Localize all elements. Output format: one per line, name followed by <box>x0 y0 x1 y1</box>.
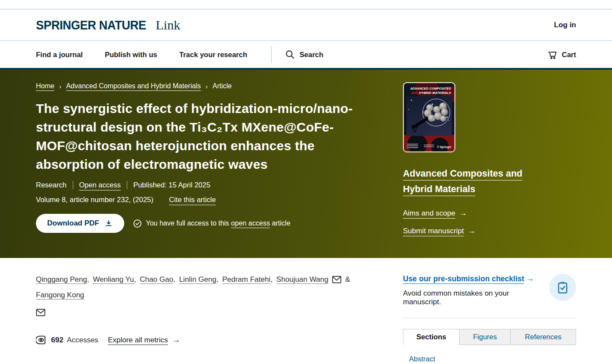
springer-nature-logo[interactable]: SPRINGER NATURE Link <box>36 18 180 32</box>
breadcrumb-current: Article <box>213 82 232 90</box>
cover-title: ADVANCED COMPOSITES AND HYBRID MATERIALS <box>404 87 454 95</box>
cart-label: Cart <box>562 51 576 59</box>
aims-and-scope-link[interactable]: Aims and scope <box>403 209 455 218</box>
breadcrumb-chevron-icon: › <box>59 83 61 90</box>
cta-row: Download PDF You have full access <box>36 214 375 233</box>
site-header: SPRINGER NATURE Link Log in <box>0 10 612 41</box>
sidebar: Use our pre-submission checklist→ Avoid … <box>403 272 576 364</box>
open-access-article-link[interactable]: open access <box>231 219 270 227</box>
arrow-right-icon: → <box>526 274 534 283</box>
logo-text-primary: SPRINGER NATURE <box>36 18 146 32</box>
meta-divider <box>127 181 127 189</box>
nav-track-your-research[interactable]: Track your research <box>179 51 247 59</box>
arrow-right-icon: → <box>468 226 476 235</box>
sidebar-tabs: Sections Figures References <box>403 329 576 345</box>
clipboard-check-icon <box>556 280 570 294</box>
cover-molecule-art <box>422 99 450 126</box>
article-type: Research <box>36 181 67 189</box>
article-title: The synergistic effect of hybridization-… <box>36 99 375 174</box>
section-links: Abstract Introduction <box>403 355 576 364</box>
breadcrumb-chevron-icon: › <box>206 83 208 90</box>
breadcrumb-home[interactable]: Home <box>36 82 55 90</box>
main-content: Qinggang Peng, Wenliang Yu, Chao Gao, Li… <box>0 258 612 364</box>
authors-list: Qinggang Peng, Wenliang Yu, Chao Gao, Li… <box>36 272 375 320</box>
cart-button[interactable]: Cart <box>547 49 576 60</box>
meta-divider <box>73 181 73 189</box>
open-access-link[interactable]: Open access <box>79 181 121 189</box>
breadcrumb: Home › Advanced Composites and Hybrid Ma… <box>36 82 375 90</box>
nav-links: Find a journal Publish with us Track you… <box>36 51 247 59</box>
sidebar-divider <box>403 318 576 318</box>
download-pdf-label: Download PDF <box>47 219 99 228</box>
section-link-abstract[interactable]: Abstract <box>409 355 576 363</box>
volume-info: Volume 8, article number 232, (2025) <box>36 196 154 204</box>
nav-divider <box>271 46 272 63</box>
explore-all-metrics-link[interactable]: Explore all metrics <box>108 336 168 345</box>
search-label: Search <box>300 51 323 59</box>
cover-decoration <box>407 134 427 152</box>
author-link[interactable]: Linlin Geng <box>179 275 216 283</box>
search-button[interactable]: Search <box>285 49 323 60</box>
nav-publish-with-us[interactable]: Publish with us <box>105 51 157 59</box>
nav-find-a-journal[interactable]: Find a journal <box>36 51 83 59</box>
tab-references[interactable]: References <box>511 329 576 345</box>
published-date: Published: 15 April 2025 <box>133 181 210 189</box>
arrow-right-icon: → <box>459 209 467 218</box>
search-icon <box>285 49 295 60</box>
article-hero: Home › Advanced Composites and Hybrid Ma… <box>0 68 612 258</box>
cover-star <box>408 109 409 110</box>
cover-volume-text <box>424 145 434 148</box>
tab-sections[interactable]: Sections <box>403 329 460 345</box>
cover-star <box>411 100 412 101</box>
volume-row: Volume 8, article number 232, (2025) Cit… <box>36 196 375 204</box>
submit-manuscript-link[interactable]: Submit manuscript <box>403 227 464 235</box>
cover-publisher-logo: © Springer <box>437 145 451 148</box>
logo-text-secondary: Link <box>156 18 180 32</box>
check-circle-icon <box>133 219 142 228</box>
author-link[interactable]: Wenliang Yu <box>93 275 134 283</box>
main-nav: Find a journal Publish with us Track you… <box>0 41 612 68</box>
cart-icon <box>547 49 558 60</box>
author-link[interactable]: Qinggang Peng <box>36 275 87 283</box>
aims-and-scope-row: Aims and scope → <box>403 209 576 218</box>
cover-telescope-art <box>411 117 428 129</box>
access-note: You have full access to this open access… <box>133 219 290 228</box>
breadcrumb-journal[interactable]: Advanced Composites and Hybrid Materials <box>66 82 201 90</box>
accesses-label: Accesses <box>67 336 98 345</box>
author-link[interactable]: Fangong Kong <box>36 291 84 299</box>
checklist-badge[interactable] <box>549 274 576 301</box>
pre-submission-checklist-banner: Use our pre-submission checklist→ Avoid … <box>403 274 576 306</box>
login-link[interactable]: Log in <box>554 21 576 29</box>
cover-sky-art <box>406 96 452 136</box>
hero-left-column: Home › Advanced Composites and Hybrid Ma… <box>36 82 375 235</box>
accesses-icon <box>36 335 47 345</box>
author-link[interactable]: Chao Gao <box>140 275 174 283</box>
cover-star <box>448 120 449 121</box>
metrics-row: 692 Accesses Explore all metrics → <box>36 335 375 345</box>
email-author-icon[interactable] <box>36 309 45 316</box>
submit-manuscript-row: Submit manuscript → <box>403 226 576 235</box>
journal-cover-image[interactable]: ADVANCED COMPOSITES AND HYBRID MATERIALS… <box>403 82 455 152</box>
download-pdf-button[interactable]: Download PDF <box>36 214 124 233</box>
checklist-text-block: Use our pre-submission checklist→ Avoid … <box>403 274 542 306</box>
download-icon <box>104 219 113 228</box>
accesses-count: 692 <box>51 336 63 345</box>
arrow-right-icon: → <box>172 335 180 345</box>
article-meta-row: Research Open access Published: 15 April… <box>36 181 375 189</box>
cover-issn-text <box>407 144 418 149</box>
top-strip <box>0 0 612 10</box>
author-link[interactable]: Shoujuan Wang <box>276 275 328 283</box>
access-note-text: You have full access to this open access… <box>146 219 290 227</box>
tab-figures[interactable]: Figures <box>460 329 511 345</box>
authors-second-line <box>36 305 375 320</box>
checklist-subtitle: Avoid common mistakes on your manuscript… <box>403 289 542 306</box>
content-left-column: Qinggang Peng, Wenliang Yu, Chao Gao, Li… <box>36 272 375 364</box>
author-link[interactable]: Pedram Fatehi <box>222 275 271 283</box>
cite-this-article-link[interactable]: Cite this article <box>169 196 216 204</box>
hero-right-column: ADVANCED COMPOSITES AND HYBRID MATERIALS… <box>403 82 576 235</box>
email-author-icon[interactable] <box>332 276 341 283</box>
journal-title-link[interactable]: Advanced Composites and Hybrid Materials <box>403 166 550 197</box>
pre-submission-checklist-link[interactable]: Use our pre-submission checklist <box>403 274 524 283</box>
